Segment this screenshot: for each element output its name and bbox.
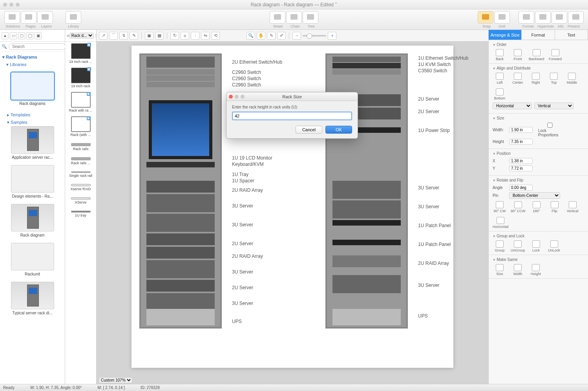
shape-rack-with[interactable]: ▣Rack (with ...	[67, 116, 95, 137]
order-forward-button[interactable]: Forward	[548, 49, 562, 61]
format-button[interactable]	[519, 11, 534, 24]
same-width-button[interactable]: Width	[511, 264, 525, 276]
transform-tool-icon[interactable]: ↻	[170, 32, 179, 40]
canvas[interactable]: 2U Ethernet Switch/Hub C2960 Switch C296…	[97, 42, 488, 384]
align-bottom-button[interactable]: Bottom	[493, 88, 507, 100]
flip-tool-icon[interactable]: ⇋	[201, 32, 210, 40]
align-middle-button[interactable]: Middle	[565, 73, 579, 84]
device-b-srv5[interactable]	[332, 275, 401, 293]
flip-button[interactable]: Flip	[548, 201, 562, 213]
hand-tool-icon[interactable]: ✋	[257, 32, 265, 40]
section-align[interactable]: Align and Distribute	[493, 66, 584, 70]
align-left-button[interactable]: Left	[493, 73, 507, 84]
tab-text[interactable]: Text	[555, 30, 588, 40]
distribute-h-select[interactable]: Horizontal	[493, 103, 532, 109]
section-size[interactable]: Size	[493, 116, 584, 120]
device-c2960-3[interactable]	[146, 82, 215, 87]
eyedropper-icon[interactable]: ✎	[267, 32, 276, 40]
arc-tool-icon[interactable]: ⌒	[109, 32, 118, 40]
rotate-cw-button[interactable]: 90° CW	[493, 201, 507, 213]
device-lcd-monitor[interactable]	[149, 100, 212, 159]
shape-rack-rails-2[interactable]: Rack rails ...	[67, 157, 95, 165]
rotate-ccw-button[interactable]: 90° CCW	[511, 201, 526, 213]
align-top-button[interactable]: Top	[547, 73, 561, 84]
present-button[interactable]	[568, 11, 584, 24]
order-back-button[interactable]: Back	[493, 49, 507, 61]
pos-x-input[interactable]	[509, 158, 533, 164]
order-front-button[interactable]: Front	[511, 49, 525, 61]
flip-v-button[interactable]: Vertical	[566, 201, 580, 213]
rotate-180-button[interactable]: 180°	[530, 201, 544, 213]
device-server-3[interactable]	[146, 233, 215, 245]
unlock-button[interactable]: UnLock	[547, 240, 561, 252]
thumb-design-elements[interactable]: Design elements - Ra...	[2, 165, 62, 198]
device-server-4[interactable]	[146, 260, 215, 278]
section-make-same[interactable]: Make Same	[493, 257, 584, 262]
rack-a[interactable]	[139, 53, 222, 329]
zoom-out-icon[interactable]: －	[292, 32, 301, 40]
device-b-patch2[interactable]	[332, 240, 401, 245]
connector-tool-icon[interactable]: ↯	[119, 32, 128, 40]
shape-xserve[interactable]: XServe	[67, 197, 95, 204]
solutions-button[interactable]	[4, 11, 20, 24]
pos-y-input[interactable]	[509, 165, 533, 171]
section-position[interactable]: Position	[493, 151, 584, 156]
shapes-library-select[interactable]: Rack d...	[69, 33, 94, 39]
snap-button[interactable]	[478, 11, 493, 24]
shape-tool-icon[interactable]: ▣	[35, 32, 42, 39]
device-server-2[interactable]	[146, 214, 215, 232]
layout-tool-icon[interactable]: ▦	[155, 32, 164, 40]
shape-xserve-raid[interactable]: Xserve RAID	[67, 184, 95, 191]
device-b-srv4[interactable]	[332, 200, 401, 218]
device-tray[interactable]	[146, 168, 215, 174]
lock-button[interactable]: Lock	[529, 240, 543, 252]
thumb-rackunit[interactable]: Rackunit	[2, 243, 62, 276]
pointer-tool-icon[interactable]: ▲	[2, 32, 9, 39]
tab-arrange-size[interactable]: Arrange & Size	[489, 30, 522, 40]
smart-button[interactable]	[270, 11, 285, 24]
device-b-c3560[interactable]	[332, 69, 401, 75]
thumb-typical[interactable]: Typical server rack di...	[2, 282, 62, 315]
align-center-button[interactable]: Center	[511, 73, 525, 84]
section-rotate[interactable]: Rotate and Flip	[493, 178, 584, 182]
shape-19-rack-b[interactable]: ▣19 inch rack	[67, 68, 95, 88]
device-b-srv3[interactable]	[332, 181, 401, 199]
thumb-rack-diagrams[interactable]: Rack diagrams	[2, 72, 62, 106]
pages-button[interactable]	[21, 11, 37, 24]
tab-format[interactable]: Format	[522, 30, 555, 40]
shape-rack-rails[interactable]: Rack rails	[67, 143, 95, 151]
device-ups-b[interactable]	[332, 309, 401, 325]
shape-1u-tray[interactable]: 1U tray	[67, 211, 95, 217]
tree-rack-diagrams[interactable]: ▾ Rack Diagrams	[2, 53, 62, 61]
device-server-1[interactable]	[146, 194, 215, 212]
pin-select[interactable]: Bottom-Center	[509, 192, 560, 199]
tree-templates[interactable]: ▸ Templates	[3, 111, 62, 119]
device-raid-1[interactable]	[146, 181, 215, 193]
library-button[interactable]	[66, 11, 81, 24]
flip-h-button[interactable]: Horizontal	[493, 217, 509, 229]
zoom-level-select[interactable]: Custom 107%	[99, 377, 132, 383]
device-b-raid[interactable]	[332, 255, 401, 267]
height-input[interactable]	[509, 139, 533, 145]
device-raid-2[interactable]	[146, 247, 215, 259]
thumb-app-server[interactable]: Application server rac...	[2, 126, 62, 160]
zoom-in-icon[interactable]: ＋	[328, 32, 336, 40]
width-input[interactable]	[509, 127, 533, 133]
device-switch-hub[interactable]	[146, 57, 215, 68]
cancel-button[interactable]: Cancel	[296, 126, 322, 134]
device-keyboard[interactable]	[146, 162, 215, 167]
ellipse-tool-icon[interactable]: ◯	[26, 32, 33, 39]
rack-height-input[interactable]	[232, 112, 352, 120]
text-tool-icon[interactable]: ▭	[10, 32, 17, 39]
line-tool-icon[interactable]: ↗	[99, 32, 108, 40]
zoom-slider[interactable]	[303, 35, 326, 37]
distribute-v-select[interactable]: Vertical	[534, 103, 573, 109]
distribute-tool-icon[interactable]: ⋮	[191, 32, 199, 40]
device-ups-a[interactable]	[146, 309, 215, 325]
section-order[interactable]: Order	[493, 42, 584, 47]
group-button[interactable]: Group	[493, 240, 507, 252]
section-group[interactable]: Group and Lock	[493, 234, 584, 238]
highlighter-icon[interactable]: ✐	[277, 32, 286, 40]
lock-proportions-checkbox[interactable]	[538, 123, 562, 128]
layers-button[interactable]	[37, 11, 53, 24]
